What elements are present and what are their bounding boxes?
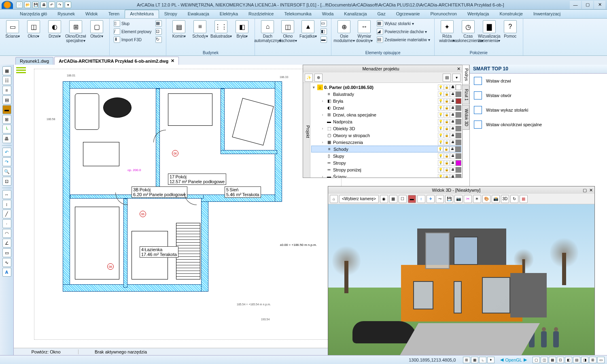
qat-redo-icon[interactable]: ↷ [57, 2, 63, 8]
ribbon-tab-gaz[interactable]: Gaz [372, 10, 391, 18]
bulb-icon[interactable]: 💡 [438, 140, 444, 145]
print-icon[interactable]: 🖶 [450, 160, 456, 166]
doc-tab[interactable]: ArCADia-ARCHITEKTURA Przykład 6-ob-anim2… [54, 57, 179, 65]
ribbon-tab-ogrzewanie[interactable]: Ogrzewanie [391, 10, 425, 18]
pm-tb-filter-icon[interactable]: ▤ [443, 74, 451, 82]
sb-ortho-icon[interactable]: ∟ [479, 357, 486, 363]
sb-t6-icon[interactable]: ▤ [573, 357, 580, 363]
rbtn-schody[interactable]: ≡Schody▾ [190, 19, 210, 39]
lt-dim-icon[interactable]: ↔ [2, 190, 11, 199]
ribbon-tab-rozdzielnice[interactable]: Rozdzielnice [243, 10, 279, 18]
color-swatch[interactable] [456, 153, 461, 159]
ribbon-tab-narzdziag[interactable]: Narzędzia głó [15, 10, 52, 18]
minimize-button[interactable]: — [570, 1, 581, 9]
rbtn-pomoc[interactable]: ?Pomoc [500, 19, 520, 39]
bulb-icon[interactable]: 💡 [438, 91, 444, 97]
rbtn-wykazstolarki[interactable]: ▦Wykaz stolarki ▾ [375, 19, 431, 28]
v3d-3d-icon[interactable]: 3D [501, 195, 509, 203]
pm-node[interactable]: ═Stropy poniżej💡🔒🖶 [311, 166, 461, 173]
smart-item[interactable]: Wstaw wykaz stolarki [470, 103, 607, 117]
print-icon[interactable]: 🖶 [450, 112, 456, 118]
v3d-camera-select[interactable]: <Wybierz kamerę> [339, 195, 379, 203]
lock-icon[interactable]: 🔒 [444, 167, 450, 173]
v3d-render[interactable] [328, 204, 594, 356]
rbtn-oknodachowe[interactable]: ◫Okno dachowe▾ [278, 19, 298, 44]
rbtn-icon[interactable]: ▭ [319, 19, 329, 28]
lock-icon[interactable]: 🔒 [444, 119, 450, 125]
rbtn-brya[interactable]: ◧Bryła▾ [232, 19, 252, 39]
bulb-icon[interactable]: 💡 [437, 146, 443, 152]
qat-dropdown-icon[interactable]: ▾ [65, 2, 71, 8]
lt-zoomfit-icon[interactable]: ⊡ [2, 177, 11, 186]
rbtn-osiemodularne[interactable]: ⊕Osie modularne▾ [334, 19, 354, 44]
v3d-sec-icon[interactable]: ✂ [464, 195, 472, 203]
ribbon-tab-ewakuacja[interactable]: Ewakuacja [183, 10, 214, 18]
v3d-render-icon[interactable]: 🎨 [482, 195, 490, 203]
color-swatch[interactable] [456, 140, 461, 145]
lock-icon[interactable]: 🔒 [444, 140, 450, 145]
rbtn-oknodrzwispecjalne[interactable]: ⊞Okno/Drzwi specjalne▾ [66, 19, 86, 44]
view3d-window[interactable]: Widok 3D - [Nieaktywny] ▢ ✕ ⌂ <Wybierz k… [328, 186, 595, 356]
rbtn-wymiardowolny[interactable]: ↔Wymiar dowolny▾ [354, 19, 374, 44]
bulb-icon[interactable]: 💡 [438, 174, 444, 178]
qat-undo-icon[interactable]: ↶ [49, 2, 55, 8]
pm-node[interactable]: ═Stropy💡🔒🖶 [311, 159, 461, 166]
lt-vdim-icon[interactable]: ↕ [2, 200, 11, 209]
vtab-rzut1[interactable]: Rzut 1 [462, 85, 469, 104]
lt-redo-icon[interactable]: ↷ [2, 157, 11, 166]
smart-item[interactable]: Wstaw okno/drzwi specjalne [470, 117, 607, 132]
print-icon[interactable]: 🖶 [450, 174, 456, 178]
lock-icon[interactable]: 🔒 [444, 98, 450, 104]
pm-node[interactable]: ›⊞Drzwi, okna specjalne💡🔒🖶 [311, 111, 461, 118]
lock-icon[interactable]: 🔒 [444, 112, 450, 118]
qat-open-icon[interactable]: 📂 [24, 2, 31, 8]
color-swatch[interactable] [456, 91, 461, 97]
doc-tab[interactable]: Rysunek1.dwg [15, 57, 53, 65]
pm-node[interactable]: ≡Schody💡🔒🖶 [311, 146, 461, 152]
color-swatch[interactable] [456, 174, 461, 178]
color-swatch[interactable] [456, 167, 461, 173]
ribbon-tab-piorunochron[interactable]: Piorunochron [425, 10, 462, 18]
rbtn-otwr[interactable]: ▢Otwór▾ [87, 19, 107, 39]
pm-close-icon[interactable]: ✕ [457, 66, 461, 72]
bulb-icon[interactable]: 💡 [438, 119, 444, 125]
lt-axis-icon[interactable]: └ [2, 125, 11, 133]
lock-icon[interactable]: 🔒 [444, 126, 450, 131]
color-swatch[interactable] [456, 119, 461, 125]
lt-cells-icon[interactable]: ⊞ [2, 115, 11, 124]
ribbon-tab-rysunek[interactable]: Rysunek [52, 10, 80, 18]
pm-node[interactable]: ›▬Ściany💡🔒🖶 [311, 173, 461, 178]
sb-snap-icon[interactable]: ⊞ [463, 357, 470, 363]
bulb-icon[interactable]: 💡 [438, 98, 444, 104]
lock-icon[interactable]: 🔒 [444, 160, 450, 166]
canvas-menu-icon[interactable] [16, 67, 26, 74]
lt-point-icon[interactable]: · [2, 219, 11, 228]
v3d-fly-icon[interactable]: ✈ [427, 195, 435, 203]
pm-node[interactable]: ▯Słupy💡🔒🖶 [311, 152, 461, 159]
lt-line-icon[interactable]: ╱ [2, 210, 11, 218]
pm-tb-drop-icon[interactable]: ▾ [452, 74, 461, 82]
lt-panel-icon[interactable]: ▤ [2, 95, 11, 104]
vtab-podrys[interactable]: Podrys [462, 65, 469, 85]
pm-tb-add-icon[interactable]: ⊕ [314, 74, 323, 82]
bulb-icon[interactable]: 💡 [438, 126, 444, 131]
color-swatch[interactable] [456, 160, 461, 166]
ribbon-tab-inwentaryzacj[interactable]: Inwentaryzacj [528, 10, 566, 18]
pm-node[interactable]: ▬Nadproża💡🔒🖶 [311, 118, 461, 125]
print-icon[interactable]: 🖶 [450, 91, 456, 97]
qat-new-icon[interactable]: 📄 [16, 2, 23, 8]
lt-angle-icon[interactable]: ∠ [2, 239, 11, 248]
rbtn-balustrada[interactable]: ⋮⋮Balustrada▾ [211, 19, 231, 39]
lock-icon[interactable]: 🔒 [444, 105, 450, 111]
v3d-rot-icon[interactable]: ↻ [510, 195, 518, 203]
smart-item[interactable]: Wstaw drzwi [470, 74, 607, 88]
ribbon-tab-stropy[interactable]: Stropy [159, 10, 183, 18]
v3d-persp-icon[interactable]: ◉ [380, 195, 388, 203]
color-swatch[interactable] [455, 146, 461, 152]
pm-node[interactable]: ›▦Pomieszczenia💡🔒🖶 [311, 139, 461, 146]
status-opengl[interactable]: ◀ OpenGL ▶ [497, 357, 530, 362]
lock-icon[interactable]: 🔒 [444, 133, 450, 138]
ribbon-tab-elektryka[interactable]: Elektryka [214, 10, 243, 18]
ribbon-tab-woda[interactable]: Woda [317, 10, 339, 18]
color-swatch[interactable] [456, 105, 461, 111]
